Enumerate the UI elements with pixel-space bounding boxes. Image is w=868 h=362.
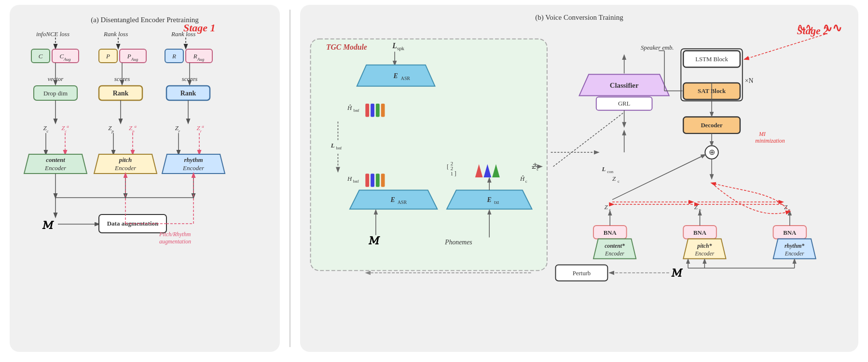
- l-spk-label: L: [392, 41, 397, 50]
- svg-text:p: p: [699, 207, 702, 212]
- tri-green: [492, 164, 500, 177]
- zc-to-sum-arrow: [612, 155, 705, 200]
- rank2-label: Rank: [180, 90, 196, 97]
- bar-blue-1: [371, 104, 374, 117]
- grl-box: [596, 97, 652, 110]
- sum-circle: [705, 146, 718, 159]
- svg-text:txt: txt: [494, 200, 499, 205]
- l-con-label: L: [602, 166, 606, 173]
- svg-text:pitch*: pitch*: [697, 243, 712, 249]
- e-txt-shape: [447, 190, 532, 209]
- c-box: [31, 49, 50, 63]
- e-asr-top-label: E: [393, 72, 398, 80]
- p-label: P: [106, 53, 110, 60]
- zc-above-bna: Z: [604, 204, 608, 211]
- p-aug-box: [120, 49, 146, 63]
- bar-green-1: [376, 104, 380, 117]
- classifier-shape: [579, 74, 669, 95]
- left-caption: (a) Disentangled Encoder Pretraining: [17, 16, 273, 24]
- zc-right-label: Z: [612, 175, 616, 182]
- times-n-label: ×N: [745, 77, 754, 84]
- svg-text:rhythm*: rhythm*: [785, 243, 804, 249]
- rank1-box: [99, 86, 142, 100]
- bna3-box: [773, 226, 807, 239]
- tri-blue: [483, 164, 491, 177]
- svg-text:Encoder: Encoder: [785, 251, 804, 257]
- rank-loss-2-label: Rank loss: [171, 30, 195, 38]
- pitch-encoder-shape: [94, 154, 157, 174]
- rhythm-encoder-shape: [162, 154, 225, 174]
- lstm-box: [683, 51, 740, 67]
- right-diagram-svg: Stage 2 ∿∿ TGC Module L spk E ASR Ĥ bnf …: [300, 5, 858, 352]
- right-panel: Stage 2 ∿∿ TGC Module L spk E ASR Ĥ bnf …: [300, 5, 858, 352]
- c-label: C: [39, 53, 43, 60]
- rhythm-enc-line2: Encoder: [182, 164, 205, 172]
- svg-text:ASR: ASR: [398, 200, 407, 205]
- svg-text:r: r: [789, 207, 790, 212]
- phonemes-label: Phonemes: [444, 239, 472, 246]
- e-asr-bottom-shape: [350, 190, 437, 209]
- svg-text:bnf: bnf: [354, 108, 359, 113]
- bar-orange-1: [381, 104, 385, 117]
- rank-loss-1-label: Rank loss: [103, 30, 128, 38]
- bna3-label: BNA: [783, 229, 797, 236]
- divider: [289, 10, 290, 347]
- content-star-encoder: [593, 239, 636, 259]
- svg-text:2: 2: [451, 161, 453, 166]
- audio-wave-left: 𝑀: [42, 219, 54, 231]
- mi-min-label: MI: [758, 131, 766, 137]
- e-asr-top-shape: [357, 65, 435, 86]
- r-aug-label: RAug: [193, 53, 205, 62]
- svg-text:]: ]: [455, 171, 456, 177]
- pitch-rhythm-aug-label: Pitch/Rhythm: [159, 231, 191, 238]
- p-box: [99, 49, 117, 63]
- rank2-box: [166, 86, 210, 100]
- r-aug-box: [186, 49, 212, 63]
- l-bnf-label: L: [331, 142, 335, 149]
- e-asr-bottom-label: E: [390, 196, 395, 203]
- left-diagram-svg: Stage 1 infoNCE loss Rank loss Rank loss…: [10, 5, 280, 352]
- svg-text:bnf: bnf: [336, 146, 342, 150]
- svg-text:Encoder: Encoder: [694, 251, 714, 257]
- right-caption: (b) Voice Conversion Training: [305, 13, 854, 22]
- grl-label: GRL: [618, 100, 631, 107]
- zc-label: Zc: [43, 124, 48, 134]
- e-asr-top-sub: ASR: [401, 76, 411, 81]
- zra-label: Zra: [196, 124, 204, 134]
- lstm-label: LSTM Block: [695, 56, 728, 63]
- wave-to-lstm-arrow: [745, 34, 826, 59]
- zr-label: Zr: [175, 124, 180, 134]
- p-aug-label: PAug: [127, 53, 138, 62]
- content-enc-line1: content: [46, 156, 65, 163]
- r-box: [165, 49, 183, 63]
- svg-text:c: c: [609, 207, 611, 212]
- svg-text:content*: content*: [605, 243, 625, 249]
- l-spk-sub: spk: [397, 45, 405, 51]
- c-aug-label: CAug: [59, 53, 71, 62]
- decoder-box: [683, 117, 740, 134]
- output-wave: ∿∿: [797, 23, 813, 33]
- tri-red: [475, 164, 483, 177]
- drop-dim-box: [34, 86, 77, 100]
- mi-red-arc2: [712, 183, 790, 212]
- zca-label: Zca: [61, 124, 69, 134]
- info-nce-label: infoNCE loss: [36, 30, 69, 38]
- svg-text:bnf: bnf: [353, 179, 359, 184]
- audio-wave-right: 𝑀: [671, 268, 683, 279]
- c-aug-box: [52, 49, 79, 63]
- zc-hat-label: Ẑ: [532, 163, 537, 170]
- audio-wave-tgc: 𝑀: [368, 235, 380, 247]
- left-panel: Stage 1 infoNCE loss Rank loss Rank loss…: [10, 5, 280, 352]
- pitch-star-encoder: [683, 239, 726, 259]
- svg-text:2: 2: [451, 165, 453, 171]
- mi-red-arc1: [712, 183, 790, 214]
- bna2-box: [683, 226, 716, 239]
- pitch-enc-line2: Encoder: [114, 164, 137, 172]
- rhythm-enc-line1: rhythm: [184, 156, 203, 163]
- data-aug-label: Data augmentation: [107, 220, 159, 227]
- bar-red-1: [365, 104, 369, 117]
- red-wave-output: ∿∿: [823, 22, 842, 34]
- mi-min-label2: minimization: [755, 138, 785, 144]
- pitch-enc-line1: pitch: [119, 156, 132, 163]
- zc-to-classifier-arrow: [553, 112, 624, 167]
